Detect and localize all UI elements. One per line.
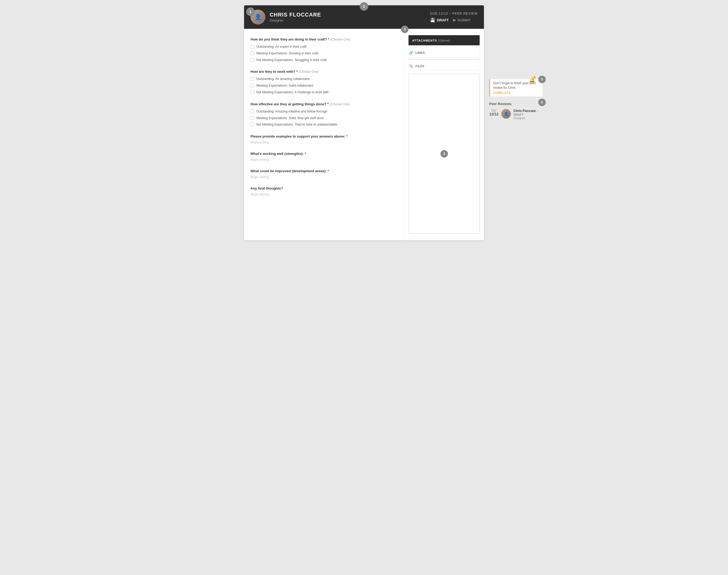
checkbox-item[interactable]: Outstanding: An expert in their craft [250,44,397,49]
step-badge-4: 4 [441,150,448,158]
text-question-strengths-label: What's working well (strengths): * [250,152,397,156]
draft-button[interactable]: 💾 DRAFT [430,18,449,23]
checkbox-item[interactable]: Outstanding: An amazing collaborator [250,77,397,81]
links-row[interactable]: 🔗 LINKS [409,48,479,57]
begin-writing-placeholder: Begin writing... [250,175,397,179]
option-text: Meeting Expectations: Solid, they get st… [256,116,324,121]
question-work-with: How are they to work with? * (Choose One… [250,70,397,94]
complete-action[interactable]: COMPLETE [493,91,539,94]
peer-role: Designer [514,116,543,120]
peer-reviews-section: 6 Peer Reviews Due 12/12 👤 Chris Floccar… [489,102,543,120]
review-header: 2 👤 CHRIS FLOCCARE Designer DUE 12/12 – … [244,5,484,29]
editor-area[interactable]: 4 [409,74,480,234]
begin-writing-placeholder: Begin writing... [250,140,397,144]
step-badge-3: 3 [401,26,409,33]
header-right: DUE 12/12 – PEER REVIEW 💾 DRAFT ▶ SUBMIT [430,12,478,23]
peer-due-date: 12/12 [489,112,498,116]
peer-due-label: Due [489,109,498,112]
header-actions: 💾 DRAFT ▶ SUBMIT [430,18,478,23]
question-effective: How effective are they at getting things… [250,102,397,127]
left-panel: How do you think they are doing in their… [244,29,404,240]
attachments-optional: (Optional) [438,39,450,42]
submit-button[interactable]: ▶ SUBMIT [453,18,471,22]
header-left: 👤 CHRIS FLOCCARE Designer [250,10,321,25]
step-badge-6: 6 [538,99,546,106]
checkbox[interactable] [250,45,254,48]
sidebar-notifications: 5 🔔 Don't forget to finish your peer rev… [489,75,543,120]
text-question-final-label: Any final thoughts? [250,186,397,190]
links-label: LINKS [415,51,425,55]
checkbox-item[interactable]: Meeting Expectations: Solid collaborator [250,83,397,88]
checkbox-item[interactable]: Not Meeting Expectations: Struggling in … [250,58,397,62]
step-badge-1: 1 [246,7,255,16]
checkbox-item[interactable]: Not Meeting Expectations: A challenge to… [250,90,397,95]
text-question-development: What could be improved (development area… [250,169,397,179]
text-question-strengths: What's working well (strengths): * Begin… [250,152,397,162]
question-work-with-label: How are they to work with? * (Choose One… [250,70,397,74]
peer-due-info: Due 12/12 [489,109,498,116]
checkbox[interactable] [250,116,254,120]
option-text: Not Meeting Expectations: They're slow o… [256,122,337,127]
files-row[interactable]: 📎 FILES [409,62,479,70]
option-text: Meeting Expectations: Growing in their c… [256,51,318,56]
header-identity: CHRIS FLOCCARE Designer [270,12,321,23]
checkbox[interactable] [250,52,254,55]
text-question-development-label: What could be improved (development area… [250,169,397,173]
option-text: Outstanding: An amazing collaborator [256,77,310,81]
option-text: Meeting Expectations: Solid collaborator [256,83,313,88]
question-craft: How do you think they are doing in their… [250,37,397,62]
paperclip-icon: 📎 [409,64,413,68]
right-panel: 3 ATTACHMENTS (Optional) 🔗 LINKS [404,29,484,240]
checkbox-item[interactable]: Not Meeting Expectations: They're slow o… [250,122,397,127]
option-text: Outstanding: Amazing initiative and foll… [256,109,327,114]
checkbox[interactable] [250,109,254,113]
peer-info: Chris Floccare – DRAFT Designer [514,109,543,120]
save-icon: 💾 [430,18,436,23]
content-area: How do you think they are doing in their… [244,29,484,240]
text-question-examples-label: Please provide examples to support your … [250,134,397,138]
attachments-title: ATTACHMENTS [412,39,437,42]
checkbox[interactable] [250,58,254,62]
checkbox-item[interactable]: Meeting Expectations: Solid, they get st… [250,116,397,121]
checkbox-item[interactable]: Meeting Expectations: Growing in their c… [250,51,397,56]
due-date-label: DUE 12/12 – PEER REVIEW [430,12,478,15]
notification-dot [533,76,535,78]
begin-writing-placeholder: Begin writing... [250,193,397,196]
option-text: Not Meeting Expectations: A challenge to… [256,90,328,95]
notification-bell-container: 🔔 [529,77,535,82]
question-effective-label: How effective are they at getting things… [250,102,397,106]
peer-name: Chris Floccare – DRAFT [514,109,543,116]
question-craft-label: How do you think they are doing in their… [250,37,397,41]
text-question-examples: Please provide examples to support your … [250,134,397,144]
subject-role: Designer [270,19,321,23]
checkbox[interactable] [250,84,254,88]
checkbox[interactable] [250,123,254,126]
checkbox-item[interactable]: Outstanding: Amazing initiative and foll… [250,109,397,114]
files-label: FILES [415,65,424,68]
option-text: Outstanding: An expert in their craft [256,44,306,49]
option-text: Not Meeting Expectations: Struggling in … [256,58,326,62]
play-icon: ▶ [453,18,456,22]
attachments-section: ATTACHMENTS (Optional) 🔗 LINKS 📎 FILES [409,35,480,71]
checkbox[interactable] [250,77,254,81]
peer-avatar: 👤 [501,109,511,119]
peer-review-item: Due 12/12 👤 Chris Floccare – DRAFT Desig… [489,109,543,120]
text-question-final: Any final thoughts? Begin writing... [250,186,397,196]
checkbox[interactable] [250,90,254,94]
begin-writing-placeholder: Begin writing... [250,158,397,162]
subject-name: CHRIS FLOCCARE [270,12,321,18]
link-icon: 🔗 [409,50,413,55]
step-badge-5: 5 [538,76,546,83]
step-badge-2: 2 [360,2,368,11]
peer-reviews-title: Peer Reviews [489,102,543,106]
attachments-box: ATTACHMENTS (Optional) [409,35,480,45]
